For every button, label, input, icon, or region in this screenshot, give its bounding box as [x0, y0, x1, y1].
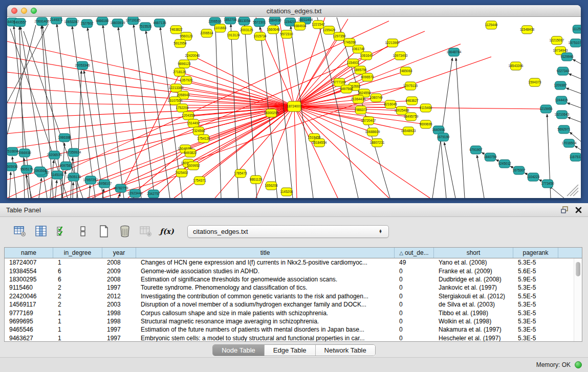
table-cell[interactable]: Disruption of a novel member of a sodium… [136, 301, 395, 308]
table-row[interactable]: 1938455462009Genome-wide association stu… [5, 267, 582, 275]
table-cell[interactable]: Structural magnetic resonance image aver… [136, 318, 395, 325]
table-cell[interactable]: 0 [395, 276, 434, 283]
column-checklist-icon[interactable] [55, 225, 69, 238]
graph-edge[interactable] [61, 143, 64, 198]
table-row[interactable]: 969969511998Structural magnetic resonanc… [5, 317, 582, 325]
graph-edge[interactable] [103, 25, 124, 198]
table-cell[interactable]: 0 [395, 284, 434, 291]
table-cell[interactable]: Estimation of significance thresholds fo… [136, 276, 395, 283]
graph-edge[interactable] [477, 155, 484, 198]
graph-edge[interactable] [180, 72, 294, 106]
table-cell[interactable]: 6 [53, 268, 102, 275]
table-cell[interactable]: 5.3E-5 [513, 259, 558, 266]
table-cell[interactable]: 9699695 [5, 318, 53, 325]
table-settings-icon[interactable] [13, 225, 27, 238]
table-cell[interactable]: 1998 [102, 318, 136, 325]
table-cell[interactable]: de Silva et al. (2003) [434, 301, 513, 308]
row-view-icon[interactable] [76, 225, 90, 238]
column-header-pagerank[interactable]: pagerank [513, 248, 558, 258]
table-cell[interactable]: 1 [53, 335, 102, 342]
table-cell[interactable]: Corpus callosum shape and size in male p… [136, 310, 395, 317]
table-cell[interactable]: 5.3E-5 [513, 301, 558, 308]
graph-edge[interactable] [72, 26, 95, 198]
graph-edge[interactable] [440, 135, 446, 198]
table-row[interactable]: 946554611997Estimation of the future num… [5, 325, 582, 334]
graph-edge[interactable] [568, 117, 581, 125]
table-row[interactable]: 1872400712008Changes of HCN gene express… [5, 258, 582, 267]
graph-edge[interactable] [7, 24, 49, 103]
graph-edge[interactable] [569, 74, 581, 82]
table-cell[interactable]: 1 [53, 318, 102, 325]
table-cell[interactable]: 1997 [102, 284, 136, 291]
new-table-icon[interactable] [97, 225, 111, 238]
table-cell[interactable]: 1997 [102, 326, 136, 333]
table-row[interactable]: 1456911722003Disruption of a novel membe… [5, 300, 582, 309]
zoom-window-button[interactable] [31, 8, 37, 14]
graph-edge[interactable] [550, 186, 564, 198]
table-cell[interactable]: 19384554 [5, 268, 53, 275]
table-cell[interactable]: 5.3E-5 [513, 318, 558, 325]
graph-edge[interactable] [456, 58, 465, 198]
window-titlebar[interactable]: citations_edges.txt [7, 5, 581, 17]
graph-edge[interactable] [24, 158, 29, 198]
table-cell[interactable]: 2 [53, 293, 102, 300]
table-cell[interactable]: 2008 [102, 259, 136, 266]
table-row[interactable]: 911546021997Tourette syndrome. Phenomeno… [5, 283, 582, 292]
table-row[interactable]: 946362711997Embryonic stem cells: a mode… [5, 334, 582, 342]
table-cell[interactable]: Hescheler et al. (1997) [434, 335, 513, 342]
table-cell[interactable]: 5.3E-5 [513, 326, 558, 333]
table-cell[interactable]: Genome-wide association studies in ADHD. [136, 268, 395, 275]
table-cell[interactable]: 49 [395, 259, 434, 266]
table-cell[interactable]: 22420046 [5, 293, 53, 300]
column-header-out_de[interactable]: △out_de... [395, 248, 434, 258]
table-cell[interactable]: 5.3E-5 [513, 310, 558, 317]
table-cell[interactable]: 0 [395, 335, 434, 342]
table-cell[interactable]: Yano et al. (2008) [434, 259, 513, 266]
graph-edge[interactable] [444, 142, 455, 198]
graph-edge[interactable] [573, 59, 581, 68]
delete-table-icon[interactable] [118, 225, 132, 238]
table-cell[interactable]: Estimation of the future numbers of pati… [136, 326, 395, 333]
table-cell[interactable]: 5.3E-5 [513, 335, 558, 342]
table-cell[interactable]: 2012 [102, 293, 136, 300]
table-cell[interactable]: Embryonic stem cells: a model to study s… [136, 335, 395, 342]
graph-edge[interactable] [134, 25, 155, 198]
table-cell[interactable]: 1 [53, 310, 102, 317]
table-cell[interactable]: 0 [395, 326, 434, 333]
tab-node-table[interactable]: Node Table [213, 345, 265, 356]
table-cell[interactable]: 18724007 [5, 259, 53, 266]
table-cell[interactable]: 9465546 [5, 326, 53, 333]
table-cell[interactable]: 2008 [102, 276, 136, 283]
table-cell[interactable]: 5.5E-5 [513, 293, 558, 300]
graph-edge[interactable] [294, 106, 338, 198]
table-cell[interactable]: 6 [53, 276, 102, 283]
minimize-window-button[interactable] [21, 8, 27, 14]
table-cell[interactable]: 5.6E-5 [513, 268, 558, 275]
function-builder-icon[interactable]: ƒ(x) [160, 225, 173, 238]
table-row[interactable]: 1830029562008Estimation of significance … [5, 275, 582, 283]
table-cell[interactable]: 9777169 [5, 310, 53, 317]
table-cell[interactable]: 5.3E-5 [513, 284, 558, 291]
table-cell[interactable]: 0 [395, 268, 434, 275]
table-cell[interactable]: Stergiakouli et al. (2012) [434, 293, 513, 300]
column-header-in_degree[interactable]: in_degree [53, 248, 102, 258]
table-cell[interactable]: Changes of HCN gene expression and I(f) … [136, 259, 395, 266]
graph-edge[interactable] [55, 180, 57, 198]
column-visibility-icon[interactable] [34, 225, 48, 238]
close-panel-icon[interactable] [575, 207, 582, 213]
table-row[interactable]: 2242004622012Investigating the contribut… [5, 292, 582, 300]
window-resize-grip[interactable] [567, 185, 578, 196]
graph-edge[interactable] [9, 172, 11, 198]
table-cell[interactable]: 1 [53, 326, 102, 333]
memory-indicator[interactable] [575, 361, 582, 368]
table-cell[interactable]: 1998 [102, 310, 136, 317]
table-cell[interactable]: Dudbridge et al. (2008) [434, 276, 513, 283]
table-cell[interactable]: 0 [395, 318, 434, 325]
column-header-title[interactable]: title [136, 248, 395, 258]
table-cell[interactable]: Tourette syndrome. Phenomenology and cla… [136, 284, 395, 291]
table-cell[interactable]: 9115460 [5, 284, 53, 291]
float-panel-icon[interactable] [561, 206, 569, 214]
column-header-short[interactable]: short [434, 248, 513, 258]
column-header-name[interactable]: name [5, 248, 53, 258]
graph-edge[interactable] [7, 106, 294, 149]
